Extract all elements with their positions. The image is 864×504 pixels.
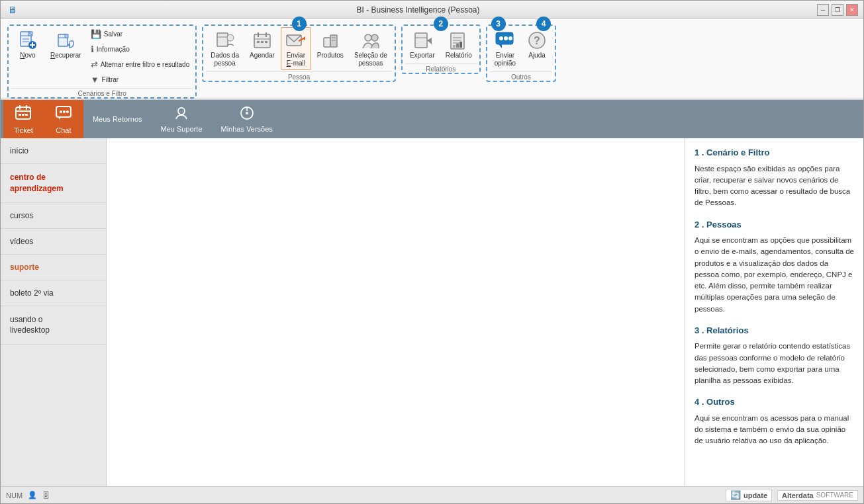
sidebar-item-cursos[interactable]: cursos: [1, 203, 106, 229]
update-logo: 🔄 update: [726, 489, 772, 501]
chat-icon: [55, 105, 72, 125]
nav-minhas-versoes[interactable]: Minhas Versões: [212, 100, 282, 138]
ribbon-group-relatorios-wrapper: 2 Exportar: [399, 22, 483, 99]
window-controls: ─ ❐ ✕: [817, 4, 858, 16]
svg-rect-22: [265, 41, 267, 43]
ribbon-group-pessoa-wrapper: 1 Dados dapessoa: [199, 22, 399, 99]
informacao-label: Informação: [97, 46, 130, 53]
close-button[interactable]: ✕: [846, 4, 858, 16]
novo-button[interactable]: Novo: [11, 27, 44, 62]
nav-meu-suporte[interactable]: Meu Suporte: [152, 100, 212, 138]
sidebar-item-suporte[interactable]: suporte: [1, 255, 106, 280]
minimize-button[interactable]: ─: [817, 4, 829, 16]
relatorio-icon: [448, 30, 469, 51]
enviar-email-button[interactable]: EnviarE-mail: [281, 27, 311, 70]
ajuda-label: Ajuda: [528, 52, 546, 60]
section-text-1: Neste espaço são exibidas as opções para…: [695, 163, 854, 209]
exportar-button[interactable]: Exportar: [405, 27, 440, 62]
ribbon: Novo Recuperar: [1, 19, 863, 100]
svg-rect-49: [16, 107, 30, 119]
restore-button[interactable]: ❐: [832, 4, 843, 16]
enviar-opiniao-icon: [495, 30, 516, 51]
ribbon-group-cenarios: Novo Recuperar: [7, 24, 197, 99]
sidebar-item-inicio[interactable]: início: [1, 138, 106, 164]
relatorio-button[interactable]: Relatório: [441, 27, 477, 62]
relatorio-label: Relatório: [446, 52, 472, 60]
outros-group-label: Outros: [490, 71, 552, 81]
sidebar: início centro deaprendizagem cursos víde…: [1, 138, 107, 486]
sidebar-item-videos[interactable]: vídeos: [1, 229, 106, 255]
alterdata-logo: Alterdata SOFTWARE: [777, 490, 858, 501]
relatorios-group-label: Relatórios: [405, 63, 477, 73]
agendar-button[interactable]: Agendar: [245, 27, 279, 62]
sidebar-item-boleto[interactable]: boleto 2º via: [1, 280, 106, 306]
svg-rect-41: [459, 42, 462, 48]
svg-point-45: [508, 36, 512, 40]
alterdata-label: Alterdata: [782, 491, 814, 499]
enviar-email-icon: [285, 30, 307, 51]
recuperar-button[interactable]: Recuperar: [46, 27, 86, 62]
alterdata-sub: SOFTWARE: [816, 491, 853, 499]
dados-pessoa-button[interactable]: Dados dapessoa: [206, 27, 244, 70]
svg-marker-25: [303, 36, 305, 40]
svg-rect-26: [324, 38, 330, 47]
dados-pessoa-icon: [215, 30, 236, 51]
nav-chat-label: Chat: [56, 126, 71, 134]
svg-point-43: [499, 36, 503, 40]
update-label: update: [744, 491, 767, 499]
section-text-4: Aqui se encontram os acessos para o manu…: [695, 413, 854, 447]
svg-point-61: [178, 108, 185, 114]
nav-meus-retornos[interactable]: Meus Retornos: [83, 100, 152, 138]
alternar-button[interactable]: ⇄ Alternar entre filtro e resultado: [87, 58, 193, 71]
alternar-icon: ⇄: [91, 60, 98, 69]
svg-marker-46: [499, 44, 502, 48]
app-icon: 🖥: [8, 5, 17, 15]
svg-rect-11: [65, 34, 68, 38]
ajuda-button[interactable]: ? Ajuda: [522, 27, 552, 62]
circle-2: 2: [434, 17, 448, 31]
nav-chat[interactable]: Chat: [44, 100, 83, 138]
enviar-email-label: EnviarE-mail: [287, 52, 305, 67]
svg-rect-40: [456, 44, 459, 48]
filtrar-label: Filtrar: [102, 76, 119, 83]
svg-rect-54: [22, 114, 24, 116]
minhas-versoes-icon: [240, 106, 254, 124]
salvar-label: Salvar: [104, 30, 122, 38]
enviar-opiniao-button[interactable]: Enviaropinião: [490, 27, 520, 70]
sidebar-item-livedesktop[interactable]: usando olivedesktop: [1, 306, 106, 345]
window-title: BI - Business Intelligence (Pessoa): [19, 5, 817, 15]
selecao-pessoas-button[interactable]: Seleção depessoas: [350, 27, 392, 70]
svg-marker-34: [427, 38, 432, 44]
user-icon: 👤: [28, 491, 37, 499]
svg-point-31: [371, 34, 378, 41]
enviar-opiniao-label: Enviaropinião: [495, 52, 516, 67]
agendar-icon: [252, 30, 273, 51]
section-title-1: 1 . Cenário e Filtro: [695, 146, 854, 159]
exportar-label: Exportar: [410, 52, 435, 60]
sidebar-item-centro-aprendizagem[interactable]: centro deaprendizagem: [1, 164, 106, 203]
svg-rect-13: [217, 33, 228, 46]
svg-point-63: [246, 112, 248, 114]
svg-text:?: ?: [534, 35, 540, 46]
alternar-label: Alternar entre filtro e resultado: [101, 61, 190, 68]
pessoa-group-label: Pessoa: [206, 71, 392, 81]
produtos-button[interactable]: Produtos: [312, 27, 348, 62]
informacao-button[interactable]: ℹ Informação: [87, 42, 193, 56]
cenarios-group-label: Cenários e Filtro: [11, 88, 193, 97]
produtos-label: Produtos: [317, 52, 344, 60]
content-area: [107, 138, 685, 486]
svg-point-59: [66, 110, 69, 113]
ribbon-small-group: 💾 Salvar ℹ Informação ⇄ Alternar entre f…: [87, 27, 193, 87]
filtrar-button[interactable]: ▼ Filtrar: [87, 73, 193, 87]
nav-ticket[interactable]: Ticket: [3, 100, 44, 138]
svg-rect-21: [261, 41, 264, 43]
ribbon-group-pessoa: Dados dapessoa: [202, 24, 396, 82]
ticket-icon: [15, 105, 32, 125]
exportar-icon: [412, 30, 433, 51]
salvar-button[interactable]: 💾 Salvar: [87, 27, 193, 41]
svg-point-57: [60, 110, 62, 113]
svg-point-58: [63, 110, 66, 113]
svg-rect-53: [19, 114, 21, 116]
ribbon-items-pessoa: Dados dapessoa: [206, 27, 392, 70]
num-label: NUM: [6, 491, 23, 499]
